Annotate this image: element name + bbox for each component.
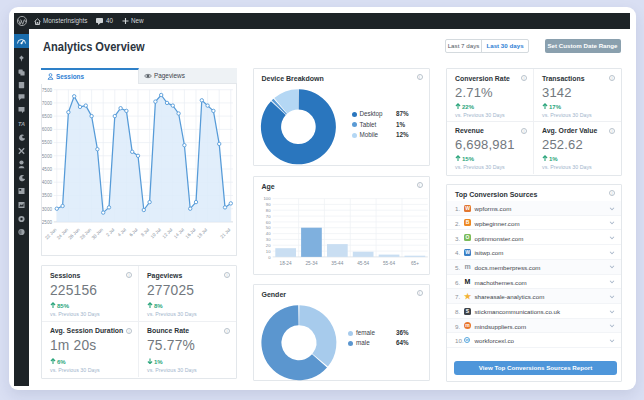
svg-text:10: 10: [265, 249, 270, 254]
svg-text:10 Jul: 10 Jul: [150, 227, 162, 239]
svg-text:60: 60: [265, 220, 270, 225]
svg-text:3500: 3500: [42, 193, 52, 198]
svg-text:20: 20: [265, 243, 270, 248]
svg-text:45-54: 45-54: [357, 261, 369, 266]
svg-text:28 Jun: 28 Jun: [79, 227, 93, 241]
svg-text:2500: 2500: [42, 220, 52, 225]
svg-text:4500: 4500: [42, 167, 52, 172]
svg-text:7000: 7000: [42, 101, 52, 106]
svg-text:14 Jul: 14 Jul: [173, 227, 185, 239]
svg-text:65+: 65+: [410, 261, 418, 266]
svg-text:18 Jul: 18 Jul: [196, 227, 208, 239]
svg-text:22 Jun: 22 Jun: [44, 227, 58, 241]
svg-text:35-44: 35-44: [331, 261, 343, 266]
svg-text:80: 80: [265, 208, 270, 213]
svg-text:12 Jul: 12 Jul: [161, 227, 173, 239]
svg-text:6000: 6000: [42, 127, 52, 132]
svg-text:21 Jul: 21 Jul: [219, 227, 231, 239]
svg-text:0: 0: [268, 255, 271, 260]
svg-text:40: 40: [265, 231, 270, 236]
svg-text:6 Jul: 6 Jul: [128, 227, 138, 237]
svg-text:4 Jul: 4 Jul: [117, 227, 127, 237]
svg-text:90: 90: [265, 202, 270, 207]
svg-text:7500: 7500: [42, 88, 52, 93]
svg-text:70: 70: [265, 214, 270, 219]
svg-text:4000: 4000: [42, 180, 52, 185]
svg-text:24 Jun: 24 Jun: [56, 227, 70, 241]
svg-text:25-34: 25-34: [305, 261, 317, 266]
svg-text:26 Jun: 26 Jun: [67, 227, 81, 241]
svg-text:16 Jul: 16 Jul: [184, 227, 196, 239]
svg-text:6500: 6500: [42, 114, 52, 119]
svg-text:50: 50: [265, 225, 270, 230]
svg-text:5500: 5500: [42, 140, 52, 145]
svg-text:100: 100: [263, 196, 271, 201]
svg-text:18-24: 18-24: [279, 261, 291, 266]
svg-text:5000: 5000: [42, 154, 52, 159]
svg-text:TA: TA: [18, 121, 25, 127]
svg-text:30: 30: [265, 237, 270, 242]
svg-text:55-64: 55-64: [383, 261, 395, 266]
svg-text:2 Jul: 2 Jul: [105, 227, 115, 237]
svg-text:3000: 3000: [42, 207, 52, 212]
svg-text:30 Jun: 30 Jun: [91, 227, 105, 241]
